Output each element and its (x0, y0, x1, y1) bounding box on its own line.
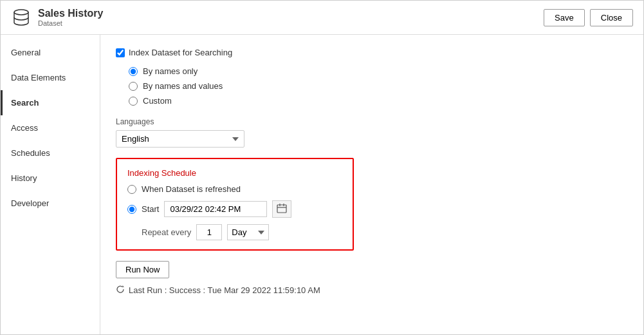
radio-label-custom: Custom (143, 96, 172, 106)
index-checkbox-row: Index Dataset for Searching (116, 48, 628, 57)
radio-label-names-values: By names and values (143, 81, 223, 91)
sidebar-item-developer[interactable]: Developer (1, 191, 100, 216)
sidebar-item-search[interactable]: Search (1, 90, 100, 115)
sidebar-item-access[interactable]: Access (1, 115, 100, 140)
languages-select[interactable]: English French Spanish German (116, 130, 244, 148)
last-run-text: Last Run : Success : Tue Mar 29 2022 11:… (129, 285, 320, 295)
radio-by-names[interactable] (129, 67, 138, 76)
schedule-title: Indexing Schedule (127, 168, 342, 178)
radio-by-names-values[interactable] (129, 82, 138, 91)
database-icon (11, 7, 32, 28)
radio-when-refreshed[interactable] (127, 185, 136, 194)
schedule-when-row: When Dataset is refreshed (127, 184, 342, 194)
start-datetime-input[interactable] (164, 201, 267, 217)
body: General Data Elements Search Access Sche… (1, 35, 643, 334)
header: Sales History Dataset Save Close (1, 1, 643, 35)
languages-label: Languages (116, 117, 628, 126)
run-now-button[interactable]: Run Now (116, 261, 169, 278)
last-run-row: Last Run : Success : Tue Mar 29 2022 11:… (116, 285, 628, 296)
languages-field-group: Languages English French Spanish German (116, 117, 628, 148)
repeat-unit-select[interactable]: Day Week Month (227, 224, 269, 240)
radio-label-names-only: By names only (143, 66, 198, 76)
save-button[interactable]: Save (544, 9, 585, 26)
radio-start[interactable] (127, 205, 136, 214)
main-content: Index Dataset for Searching By names onl… (100, 35, 643, 334)
refresh-icon (116, 285, 125, 296)
schedule-start-row: Start (127, 200, 342, 218)
page-title: Sales History (38, 8, 103, 19)
schedule-options: When Dataset is refreshed Start (127, 184, 342, 240)
sidebar-item-history[interactable]: History (1, 166, 100, 191)
schedule-box: Indexing Schedule When Dataset is refres… (116, 158, 354, 251)
radio-row-names-values: By names and values (129, 81, 628, 91)
calendar-button[interactable] (272, 200, 291, 218)
repeat-value-input[interactable] (196, 224, 222, 240)
index-checkbox-label: Index Dataset for Searching (129, 48, 232, 57)
sidebar-item-schedules[interactable]: Schedules (1, 140, 100, 166)
header-title-group: Sales History Dataset (38, 8, 103, 27)
radio-row-custom: Custom (129, 96, 628, 106)
header-actions: Save Close (544, 9, 633, 26)
sidebar-item-general[interactable]: General (1, 40, 100, 65)
sidebar: General Data Elements Search Access Sche… (1, 35, 100, 334)
calendar-icon (277, 203, 287, 213)
svg-rect-1 (277, 205, 286, 213)
svg-point-0 (14, 10, 28, 15)
when-refreshed-label: When Dataset is refreshed (142, 184, 241, 194)
page-subtitle: Dataset (38, 19, 103, 27)
start-label: Start (142, 204, 159, 214)
index-checkbox[interactable] (116, 48, 125, 57)
index-radio-group: By names only By names and values Custom (129, 66, 628, 106)
repeat-row: Repeat every Day Week Month (142, 224, 342, 240)
repeat-label: Repeat every (142, 227, 191, 237)
sidebar-item-data-elements[interactable]: Data Elements (1, 65, 100, 90)
header-left: Sales History Dataset (11, 7, 103, 28)
radio-custom[interactable] (129, 97, 138, 106)
radio-row-names-only: By names only (129, 66, 628, 76)
close-button[interactable]: Close (590, 9, 633, 26)
